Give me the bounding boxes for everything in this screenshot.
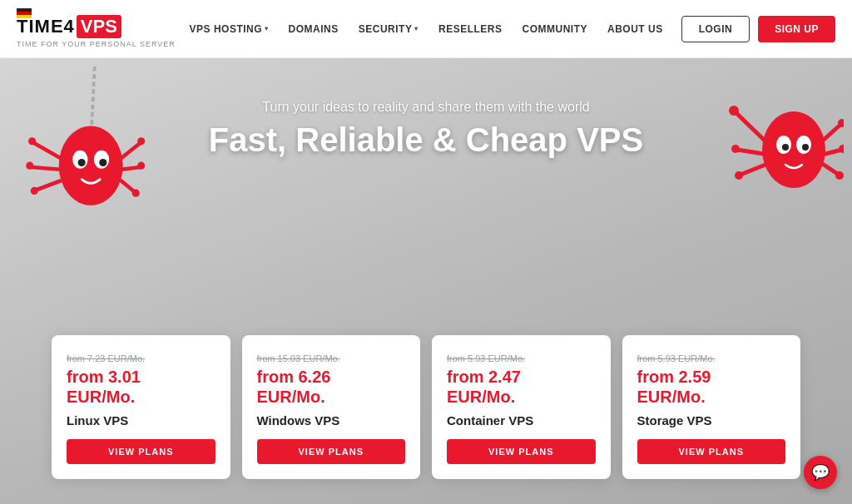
nav-domains[interactable]: DOMAINS <box>280 17 347 42</box>
main-nav: VPS HOSTING ▾ DOMAINS SECURITY ▾ RESELLE… <box>181 16 835 42</box>
svg-line-26 <box>736 112 764 140</box>
svg-point-4 <box>59 126 123 205</box>
svg-point-15 <box>28 137 36 145</box>
svg-rect-1 <box>17 12 32 15</box>
svg-point-8 <box>99 159 106 166</box>
svg-line-30 <box>741 165 765 175</box>
svg-point-27 <box>729 106 739 116</box>
nav-resellers[interactable]: RESELLERS <box>430 17 511 42</box>
svg-point-20 <box>132 190 140 197</box>
chat-bubble-button[interactable]: 💬 <box>804 456 837 489</box>
card-original-price: from 5.93 EUR/Mo. <box>637 353 786 363</box>
signup-button[interactable]: SIGN UP <box>758 16 835 42</box>
card-price: from 6.26EUR/Mo. <box>257 367 406 407</box>
svg-line-12 <box>121 143 141 158</box>
view-plans-windows-button[interactable]: VIEW PLANS <box>257 439 406 464</box>
svg-point-31 <box>735 171 743 180</box>
logo[interactable]: TIME4 VPS <box>17 15 176 38</box>
mascot-right <box>719 67 844 233</box>
card-name: Storage VPS <box>637 413 786 427</box>
svg-point-16 <box>26 162 33 170</box>
svg-rect-2 <box>17 15 32 18</box>
card-original-price: from 7.23 EUR/Mo. <box>67 353 215 363</box>
nav-about-us[interactable]: ABOUT US <box>599 17 671 42</box>
view-plans-container-button[interactable]: VIEW PLANS <box>447 439 596 464</box>
svg-line-11 <box>36 181 60 190</box>
svg-point-18 <box>137 137 145 145</box>
svg-point-25 <box>802 144 809 151</box>
svg-line-10 <box>32 167 61 170</box>
svg-point-19 <box>137 162 145 170</box>
hero-subtitle: Turn your ideas to reality and share the… <box>209 100 643 115</box>
card-linux-vps: from 7.23 EUR/Mo. from 3.01EUR/Mo. Linux… <box>52 335 230 479</box>
pricing-cards: from 7.23 EUR/Mo. from 3.01EUR/Mo. Linux… <box>52 335 800 479</box>
card-name: Linux VPS <box>67 413 215 427</box>
svg-point-7 <box>78 159 86 166</box>
card-original-price: from 15.03 EUR/Mo. <box>257 353 406 363</box>
svg-line-9 <box>33 143 60 158</box>
logo-area: TIME4 VPS TIME FOR YOUR PERSONAL SERVER <box>17 15 176 48</box>
hero-title: Fast, Reliable & Cheap VPS <box>209 121 643 159</box>
nav-security[interactable]: SECURITY ▾ <box>350 17 427 42</box>
mascot-left <box>17 67 150 250</box>
svg-point-21 <box>762 111 825 188</box>
hero-section: Turn your ideas to reality and share the… <box>0 58 852 504</box>
logo-subtitle: TIME FOR YOUR PERSONAL SERVER <box>17 40 176 48</box>
card-price: from 2.47EUR/Mo. <box>447 367 596 407</box>
hero-content: Turn your ideas to reality and share the… <box>209 100 643 159</box>
flag-icon <box>17 8 32 18</box>
svg-rect-0 <box>17 8 32 12</box>
chat-icon: 💬 <box>811 463 830 482</box>
nav-vps-hosting[interactable]: VPS HOSTING ▾ <box>181 17 277 42</box>
login-button[interactable]: LOGIN <box>681 16 750 42</box>
header: TIME4 VPS TIME FOR YOUR PERSONAL SERVER … <box>0 0 852 58</box>
card-price: from 3.01EUR/Mo. <box>67 367 215 407</box>
nav-community[interactable]: COMMUNITY <box>513 17 596 42</box>
svg-line-32 <box>824 125 840 140</box>
card-name: Windows VPS <box>257 413 406 427</box>
card-storage-vps: from 5.93 EUR/Mo. from 2.59EUR/Mo. Stora… <box>622 335 801 479</box>
chevron-down-icon: ▾ <box>265 25 269 32</box>
svg-line-28 <box>737 150 764 154</box>
card-original-price: from 5.93 EUR/Mo. <box>447 353 596 363</box>
logo-vps: VPS <box>77 15 121 38</box>
svg-line-13 <box>121 167 141 170</box>
card-container-vps: from 5.93 EUR/Mo. from 2.47EUR/Mo. Conta… <box>432 335 611 479</box>
view-plans-linux-button[interactable]: VIEW PLANS <box>67 439 215 464</box>
svg-point-29 <box>731 145 740 153</box>
card-name: Container VPS <box>447 413 596 427</box>
chevron-down-icon: ▾ <box>414 25 419 32</box>
card-windows-vps: from 15.03 EUR/Mo. from 6.26EUR/Mo. Wind… <box>242 335 421 479</box>
svg-point-17 <box>31 187 38 195</box>
svg-point-24 <box>782 144 789 151</box>
svg-point-37 <box>835 171 844 180</box>
view-plans-storage-button[interactable]: VIEW PLANS <box>637 439 786 464</box>
card-price: from 2.59EUR/Mo. <box>637 367 786 407</box>
logo-time4: TIME4 <box>17 16 75 37</box>
